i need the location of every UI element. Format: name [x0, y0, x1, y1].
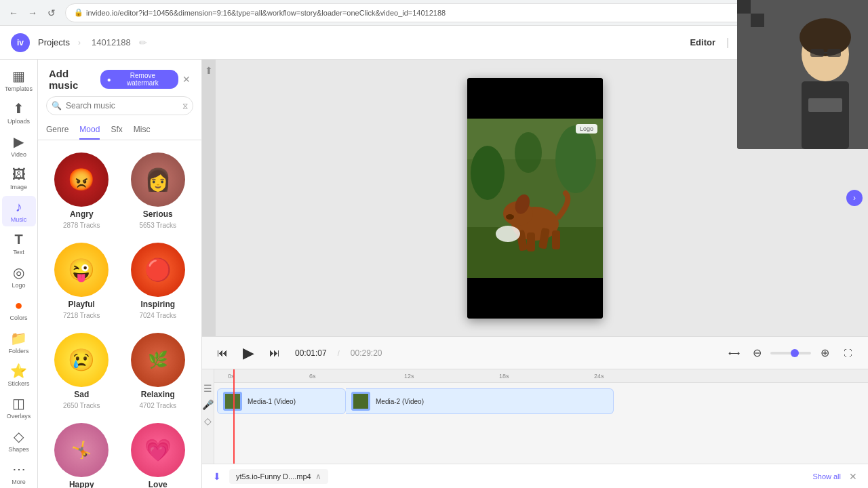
shapes-label: Shapes: [8, 446, 29, 453]
svg-point-3: [471, 146, 505, 200]
zoom-in-button[interactable]: ⊕: [815, 344, 834, 363]
mood-sad[interactable]: 😢 Sad 2650 Tracks: [46, 329, 117, 413]
mood-love[interactable]: 💗 Love 4607 Tracks: [123, 419, 194, 488]
svg-rect-22: [751, 14, 764, 27]
logo-watermark: Logo: [576, 124, 597, 134]
sidebar-item-colors[interactable]: ● Colors: [2, 294, 36, 324]
zoom-thumb: [791, 349, 799, 357]
sidebar-item-templates[interactable]: ▦ Templates: [2, 65, 36, 95]
mood-love-emoji: 💗: [144, 437, 172, 463]
mood-love-thumb: 💗: [131, 423, 185, 477]
text-label: Text: [13, 249, 24, 256]
sidebar-item-logo[interactable]: ◎ Logo: [2, 262, 36, 291]
more-label: More: [12, 479, 26, 485]
svg-point-26: [800, 18, 851, 56]
back-button[interactable]: ←: [5, 5, 22, 21]
tab-genre[interactable]: Genre: [46, 121, 68, 140]
scroll-right-button[interactable]: ›: [846, 190, 863, 206]
sidebar-item-shapes[interactable]: ◇ Shapes: [2, 425, 36, 455]
remove-watermark-button[interactable]: ● Remove watermark: [100, 70, 178, 89]
reload-button[interactable]: ↺: [43, 5, 60, 21]
shapes-icon: ◇: [14, 428, 24, 445]
expand-button[interactable]: ⛶: [838, 344, 857, 363]
music-panel: Add music ● Remove watermark ✕ 🔍 ⧖ Genre…: [38, 60, 202, 488]
timeline-tracks: Media-1 (Video) Media-2 (Video): [214, 383, 868, 420]
video-label: Video: [11, 151, 26, 158]
track-1-thumb: [223, 392, 242, 411]
tab-misc[interactable]: Misc: [134, 121, 151, 140]
upload-small-icon: ⬆: [205, 65, 213, 76]
url-text: invideo.io/editor?id=10456&dimension=9:1…: [86, 9, 446, 17]
mood-playful[interactable]: 😜 Playful 7218 Tracks: [46, 239, 117, 323]
timeline-area: ☰ 🎤 ◇ 0s 6s 12s 18s 24s: [202, 369, 868, 464]
text-icon: T: [14, 232, 22, 247]
projects-link[interactable]: Projects: [38, 37, 70, 47]
search-extra-icon[interactable]: ⧖: [182, 101, 188, 110]
sidebar-item-text[interactable]: T Text: [2, 229, 36, 259]
uploads-label: Uploads: [7, 118, 30, 125]
timeline-lock-icon[interactable]: ◇: [204, 415, 212, 426]
mood-inspiring[interactable]: 🔴 Inspiring 7024 Tracks: [123, 239, 194, 323]
sidebar-item-image[interactable]: 🖼 Image: [2, 163, 36, 193]
mood-serious[interactable]: 👩 Serious 5653 Tracks: [123, 148, 194, 233]
mood-relaxing[interactable]: 🌿 Relaxing 4702 Tracks: [123, 329, 194, 413]
mood-happy[interactable]: 🤸 Happy 10000 Tracks: [46, 419, 117, 488]
timeline-audio-icon[interactable]: 🎤: [202, 399, 214, 410]
uploads-icon: ⬆: [13, 100, 24, 117]
sidebar-item-video[interactable]: ▶ Video: [2, 131, 36, 161]
mood-angry[interactable]: 😡 Angry 2878 Tracks: [46, 148, 117, 233]
colors-label: Colors: [9, 314, 27, 321]
sidebar-item-folders[interactable]: 📁 Folders: [2, 327, 36, 357]
svg-rect-24: [802, 81, 849, 149]
skip-forward-button[interactable]: ⏭: [265, 344, 284, 363]
ruler-mark-18s: 18s: [499, 373, 509, 380]
sidebar-item-overlays[interactable]: ◫ Overlays: [2, 392, 36, 422]
webcam-video: [737, 0, 868, 149]
mood-sad-name: Sad: [74, 390, 89, 399]
track-1-label: Media-1 (Video): [248, 398, 296, 405]
ruler-mark-24s: 24s: [594, 373, 604, 380]
zoom-out-button[interactable]: ⊖: [747, 344, 766, 363]
colors-icon: ●: [14, 298, 22, 313]
download-collapse-button[interactable]: ∧: [315, 472, 321, 481]
sidebar-item-uploads[interactable]: ⬆ Uploads: [2, 98, 36, 127]
skip-back-button[interactable]: ⏮: [213, 344, 232, 363]
timeline-track-1[interactable]: Media-1 (Video): [217, 388, 346, 414]
address-bar[interactable]: 🔒 invideo.io/editor?id=10456&dimension=9…: [65, 3, 841, 22]
mood-inspiring-thumb: 🔴: [131, 243, 185, 297]
svg-point-14: [496, 226, 520, 242]
video-top-black: [467, 78, 603, 119]
sidebar-item-more[interactable]: ⋯ More: [2, 458, 36, 488]
tab-sfx[interactable]: Sfx: [111, 121, 122, 140]
folders-label: Folders: [8, 348, 28, 354]
timeline-menu-icon[interactable]: ☰: [203, 383, 212, 394]
logo-icon: ◎: [13, 264, 24, 281]
mood-happy-thumb: 🤸: [54, 423, 108, 477]
zoom-fit-button[interactable]: ⟷: [724, 344, 743, 363]
tab-mood[interactable]: Mood: [79, 121, 100, 140]
sidebar-item-music[interactable]: ♪ Music: [2, 196, 36, 226]
search-input[interactable]: [46, 96, 193, 115]
editor-tab[interactable]: Editor: [690, 37, 715, 47]
music-icon: ♪: [16, 199, 22, 215]
mood-playful-thumb: 😜: [54, 243, 108, 297]
track-2-label: Media-2 (Video): [376, 398, 424, 405]
svg-point-5: [515, 132, 542, 173]
forward-button[interactable]: →: [24, 5, 41, 21]
show-all-button[interactable]: Show all: [812, 472, 841, 481]
play-button[interactable]: ▶: [243, 344, 254, 362]
main-layout: ▦ Templates ⬆ Uploads ▶ Video 🖼 Image ♪ …: [0, 60, 868, 488]
music-panel-title: Add music: [49, 68, 100, 91]
edit-project-icon[interactable]: ✏: [139, 37, 147, 48]
music-panel-header: Add music ● Remove watermark ✕: [38, 60, 201, 96]
sidebar-item-stickers[interactable]: ⭐ Stickers: [2, 360, 36, 390]
zoom-slider[interactable]: [770, 352, 811, 354]
timeline-left-controls: ☰ 🎤 ◇: [202, 369, 214, 464]
mood-relaxing-emoji: 🌿: [148, 350, 168, 369]
svg-rect-8: [527, 232, 535, 251]
mood-angry-name: Angry: [70, 209, 94, 219]
close-download-button[interactable]: ✕: [849, 471, 857, 482]
timeline-track-2[interactable]: Media-2 (Video): [346, 388, 614, 414]
close-panel-button[interactable]: ✕: [182, 74, 191, 85]
mood-angry-thumb: 😡: [54, 152, 108, 207]
